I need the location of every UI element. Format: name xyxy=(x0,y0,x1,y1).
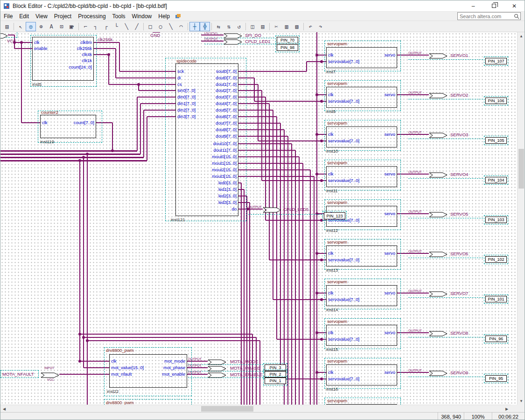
line-tool-icon[interactable]: ╲ xyxy=(166,22,176,31)
menu-item-edit[interactable]: Edit xyxy=(16,12,32,21)
menu-item-project[interactable]: Project xyxy=(51,12,75,21)
wire[interactable] xyxy=(254,78,255,101)
zoom-tool-icon[interactable]: ◎ xyxy=(26,22,36,31)
pan-tool-icon[interactable]: ⊕ xyxy=(36,22,46,31)
menu-item-help[interactable]: Help xyxy=(155,12,173,21)
wire[interactable] xyxy=(80,334,252,335)
wire[interactable] xyxy=(0,157,144,158)
orthogonal-line-tool-2-icon[interactable]: ┐ xyxy=(91,22,101,31)
wire[interactable] xyxy=(269,104,270,260)
orthogonal-line-tool-4-icon[interactable]: └ xyxy=(111,22,121,31)
scroll-down-icon[interactable]: ▼ xyxy=(518,397,525,405)
menu-item-window[interactable]: Window xyxy=(129,12,155,21)
orthogonal-line-tool-3-icon[interactable]: ┌ xyxy=(101,22,111,31)
pin-assignment[interactable]: PIN_107 xyxy=(485,58,507,64)
cut-icon[interactable]: ✂ xyxy=(271,22,281,31)
pin-assignment[interactable]: PIN_98 xyxy=(277,44,298,51)
rectangle-tool-icon[interactable]: □ xyxy=(145,22,155,31)
pin-assignment[interactable]: PIN_1 xyxy=(265,378,286,384)
pin-assignment[interactable]: PIN_103 xyxy=(485,217,507,223)
wire[interactable] xyxy=(238,150,295,151)
scroll-left-icon[interactable]: ◀ xyxy=(0,405,8,413)
pin-assignment[interactable]: PIN_101 xyxy=(485,296,507,302)
wire[interactable] xyxy=(112,123,113,151)
wire[interactable] xyxy=(14,42,32,43)
vertical-scroll-thumb[interactable] xyxy=(518,149,524,189)
minimize-button[interactable]: – xyxy=(463,0,483,11)
wire[interactable] xyxy=(87,340,260,341)
redo-icon[interactable]: ↷ xyxy=(315,22,326,31)
wire[interactable] xyxy=(140,104,141,154)
wire[interactable] xyxy=(238,143,292,144)
wire[interactable] xyxy=(316,32,317,405)
menu-item-tools[interactable]: Tools xyxy=(109,12,129,21)
wire[interactable] xyxy=(21,122,40,123)
wire[interactable] xyxy=(94,48,116,49)
wire[interactable] xyxy=(108,55,109,84)
maximize-button[interactable] xyxy=(483,0,504,11)
wire[interactable] xyxy=(269,259,326,260)
close-button[interactable]: ✕ xyxy=(504,0,525,11)
wire[interactable] xyxy=(79,161,80,361)
print-icon[interactable]: ▤ xyxy=(258,22,268,31)
arc-tool-icon[interactable]: ◠ xyxy=(176,22,186,31)
diagonal-line-tool-icon[interactable]: ╲ xyxy=(121,22,132,31)
diagonal-line-tool-2-icon[interactable]: ╱ xyxy=(132,22,142,31)
wire[interactable] xyxy=(84,337,256,338)
wire[interactable] xyxy=(238,163,303,164)
wire[interactable] xyxy=(147,117,147,161)
copy-icon[interactable]: ▥ xyxy=(281,22,292,31)
orthogonal-line-tool-1-icon[interactable]: ⌐ xyxy=(80,22,91,31)
wire[interactable] xyxy=(299,157,300,405)
orthogonal-node-tool-icon[interactable]: ┼ xyxy=(189,22,200,31)
help-window-icon[interactable] xyxy=(175,14,181,19)
pin-assignment[interactable]: PIN_102 xyxy=(485,256,507,263)
ellipse-tool-icon[interactable]: ○ xyxy=(155,22,166,31)
wire[interactable] xyxy=(295,150,296,405)
pin-assignment[interactable]: PIN_96 xyxy=(485,336,507,342)
flip-vertical-icon[interactable]: ⇅ xyxy=(224,22,234,31)
pin-assignment[interactable]: PIN_123 xyxy=(324,212,345,219)
wire[interactable] xyxy=(302,163,303,405)
wire[interactable] xyxy=(238,176,314,177)
wire[interactable] xyxy=(238,156,299,157)
search-icon[interactable] xyxy=(514,14,519,19)
wire[interactable] xyxy=(0,150,137,152)
block-counter2[interactable] xyxy=(40,115,96,138)
menu-item-processing[interactable]: Processing xyxy=(75,12,109,21)
wire[interactable] xyxy=(306,62,307,71)
wire[interactable] xyxy=(21,42,22,123)
wire[interactable] xyxy=(0,160,147,161)
schematic-canvas[interactable]: clkenableclk8mclk256kclk4kclk1kcount[24.… xyxy=(0,32,518,405)
wire[interactable] xyxy=(137,97,138,151)
new-file-icon[interactable]: ▤ xyxy=(2,22,12,31)
pin-assignment[interactable]: PIN_106 xyxy=(485,98,507,104)
wire[interactable] xyxy=(310,170,311,405)
wire[interactable] xyxy=(0,154,140,155)
scroll-right-icon[interactable]: ▶ xyxy=(503,405,511,413)
insert-block-icon[interactable]: ▣▾ xyxy=(67,22,77,31)
menu-item-file[interactable]: File xyxy=(0,12,16,21)
horizontal-scroll-thumb[interactable] xyxy=(201,406,253,412)
pin-assignment[interactable]: PIN_70 xyxy=(277,37,298,43)
save-icon[interactable]: ◫ xyxy=(247,22,258,31)
vertical-scrollbar[interactable]: ▲ ▼ xyxy=(517,32,525,405)
text-tool-icon[interactable]: A xyxy=(46,22,56,31)
paste-icon[interactable]: ▧ xyxy=(292,22,302,31)
wire[interactable] xyxy=(119,42,120,71)
wire[interactable] xyxy=(273,110,273,300)
wire[interactable] xyxy=(59,374,109,375)
wire[interactable] xyxy=(273,299,326,300)
wire[interactable] xyxy=(258,84,259,141)
pin-assignment[interactable]: PIN_95 xyxy=(485,375,507,382)
wire[interactable] xyxy=(238,169,310,170)
menu-item-view[interactable]: View xyxy=(32,12,51,21)
wire[interactable] xyxy=(14,48,32,49)
pin-assignment[interactable]: PIN_104 xyxy=(485,177,507,183)
wire[interactable] xyxy=(143,110,144,157)
wire[interactable] xyxy=(291,144,292,405)
insert-symbol-icon[interactable]: ⊡ xyxy=(56,22,67,31)
flip-horizontal-icon[interactable]: ⇆ xyxy=(213,22,224,31)
wire[interactable] xyxy=(265,97,266,220)
wire[interactable] xyxy=(280,123,281,379)
